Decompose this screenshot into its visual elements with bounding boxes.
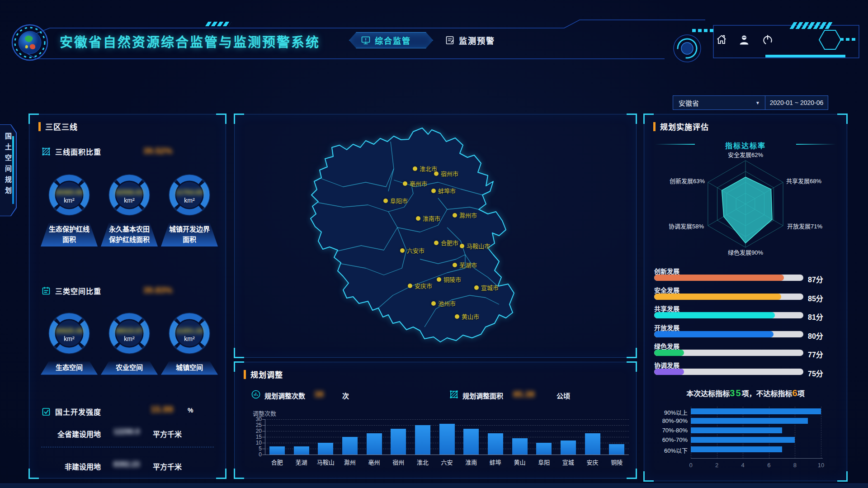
date-range-value: 2020-01 ~ 2020-06 [770,99,824,106]
panel-province-map: 淮北市宿州市亳州市蚌埠市阜阳市滁州市淮南市合肥市马鞍山市六安市芜湖市铜陵市安庆市… [234,114,637,358]
chevron-down-icon: ▼ [755,100,760,105]
corner-decoration [216,114,226,124]
city-label: 淮南市 [423,214,440,223]
dashboard: 安徽省自然资源综合监管与监测预警系统 综合监管 监测预警 [0,0,868,488]
home-icon[interactable] [715,33,728,46]
city-label: 安庆市 [415,281,432,290]
map-city-marker[interactable]: 淮北市 [413,164,437,173]
y-tick-label: 20 [248,428,262,434]
map-city-marker[interactable]: 阜阳市 [383,196,408,205]
bar [488,433,503,455]
city-dot [413,166,417,171]
city-dot [408,284,412,288]
map-city-marker[interactable]: 安庆市 [408,281,432,290]
bar [585,433,600,455]
map-city-marker[interactable]: 宿州市 [434,169,458,178]
city-label: 黄山市 [462,312,479,321]
map-city-marker[interactable]: 马鞍山市 [460,242,490,250]
map-city-marker[interactable]: 池州市 [431,299,456,308]
header-deco-stripes-right [789,22,833,29]
bar [318,443,333,455]
power-icon[interactable] [761,33,774,46]
header-emblem [673,34,702,63]
city-dot [431,301,436,306]
map-city-marker[interactable]: 芜湖市 [453,261,477,269]
map-city-marker[interactable]: 宣城市 [474,283,499,292]
land-row-unit: 平方千米 [153,428,182,439]
y-axis-line [265,419,265,455]
attainment-range-chart: 024681090%以上80%-90%70%-80%60%-70%60%以下 [644,114,847,481]
circle-unit: km² [160,197,219,204]
panel-plan-adjustment: 规划调整 规划调整次数 38 次 规划调整面积 85.38 公顷 调整次数051… [234,362,637,479]
bar [415,425,430,455]
map-city-marker[interactable]: 淮南市 [416,214,440,223]
tab-label: 监测预警 [459,34,495,46]
city-dot [383,199,388,203]
x-tick-label: 0 [684,462,698,469]
bar [342,437,358,455]
date-range-picker[interactable]: 2020-01 ~ 2020-06 [765,95,828,110]
bar [691,427,782,433]
map-city-marker[interactable]: 亳州市 [403,179,427,188]
circle-label: 生态空间 [41,361,98,375]
gridline [821,407,821,459]
map-city-marker[interactable]: 蚌埠市 [431,186,456,195]
bar [691,408,821,414]
corner-decoration [216,469,226,479]
city-dot [474,285,479,290]
city-dot [403,181,407,186]
city-label: 阜阳市 [390,196,408,205]
stat-circle: 52556.83km²永久基本农田保护红线面积 [100,173,159,246]
city-dot [453,213,457,218]
page-title: 安徽省自然资源综合监管与监测预警系统 [60,32,320,51]
divider [41,447,214,447]
y-tick-label: 25 [248,422,262,428]
city-dot [453,263,457,267]
header-deco-stripes-left [205,22,231,26]
region-select[interactable]: 安徽省 ▼ [673,95,766,110]
circle-label: 城镇空间 [161,361,218,375]
range-label: 80%-90% [644,417,688,424]
land-row-value: 8392.23 [113,460,140,469]
circle-unit: km² [160,335,219,342]
sidebar-tab-label: 国土空间规划 [3,133,13,198]
hatch-square-icon [41,147,51,156]
user-icon[interactable] [738,33,750,46]
city-dot [437,277,441,282]
check-square-icon [41,407,51,417]
bar [512,438,528,455]
city-label: 滁州市 [459,211,477,219]
city-label: 亳州市 [410,179,427,188]
circle-label: 农业空间 [101,361,158,375]
map-city-marker[interactable]: 黄山市 [455,312,479,321]
map-city-marker[interactable]: 铜陵市 [437,275,461,284]
three-lines-ratio-row: 三线面积比重 [41,146,101,157]
circle-label: 永久基本农田保护红线面积 [101,223,158,246]
x-category-label: 铜陵 [601,458,632,466]
bar [691,418,808,424]
map-city-marker[interactable]: 合肥市 [434,238,458,247]
panel-three-zones-lines: 三区三线 三线面积比重 39.52% 三类空间比重 39.83% [29,114,226,479]
sidebar-tab-land-space-planning[interactable]: 国土空间规划 [0,124,17,216]
map-city-marker[interactable]: 六安市 [400,246,425,255]
map-city-marker[interactable]: 滁州市 [453,211,477,219]
circle-value: 11764.65 [160,188,219,196]
bar [463,429,479,455]
city-dot [416,216,420,221]
calendar-icon [41,286,51,296]
panel-title: 三区三线 [38,121,78,132]
three-lines-ratio-value: 39.52% [143,146,172,156]
bar [391,429,406,455]
circle-unit: km² [100,197,159,204]
circle-value: 52556.83 [100,188,159,196]
city-label: 六安市 [407,246,425,255]
range-label: 60%-70% [644,436,688,443]
tab-monitoring-warning[interactable]: 监测预警 [433,32,518,48]
app-logo [11,24,49,62]
city-label: 马鞍山市 [467,242,490,250]
tab-comprehensive-supervision[interactable]: 综合监管 [349,32,433,48]
tab-label: 综合监管 [375,34,411,46]
panel-plan-assessment: 规划实施评估 指标达标率 安全发展62%共享发展68%开放发展71%绿色发展90… [644,114,847,481]
three-space-ratio-value: 39.83% [143,285,172,295]
x-tick-label: 2 [710,462,724,469]
